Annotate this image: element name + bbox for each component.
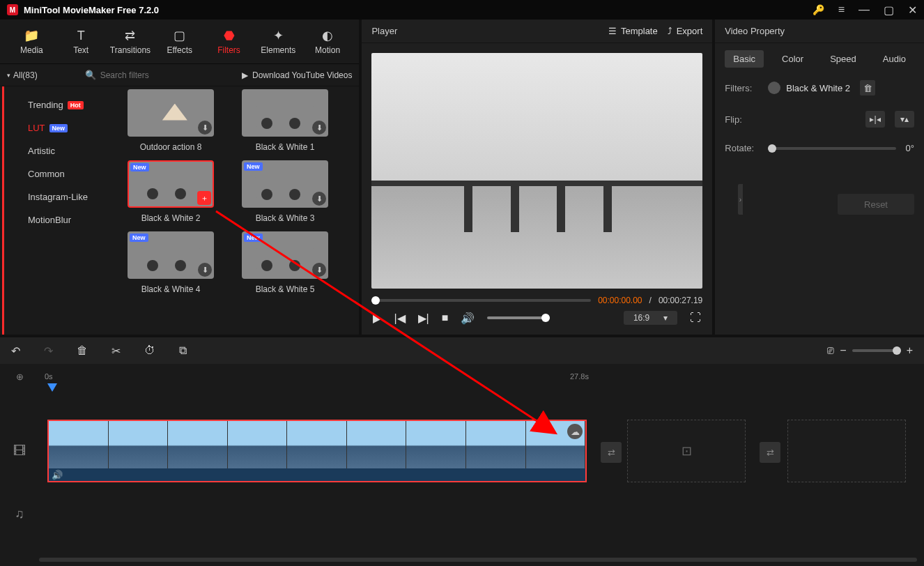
search-input[interactable] (100, 70, 184, 80)
rotate-slider[interactable] (768, 147, 895, 150)
category-common[interactable]: Common (4, 162, 107, 185)
new-badge: New (130, 234, 148, 242)
category-artistic[interactable]: Artistic (4, 139, 107, 162)
reset-button[interactable]: Reset (838, 194, 914, 215)
download-youtube-link[interactable]: ▶ Download YouTube Videos (242, 70, 352, 80)
timeline-panel: ↶ ↷ 🗑 ✂ ⏱ ⧉ ⎚ − + 0s 27.8s ⊕ 🎞 ♫ ☁ 🔊 (0, 335, 924, 566)
volume-slider[interactable] (487, 316, 550, 319)
video-preview[interactable] (371, 53, 702, 289)
search-filters[interactable]: 🔍 (85, 70, 233, 80)
transition-slot-2[interactable]: ⇄ (760, 442, 780, 463)
filter-bw-3[interactable]: New⬇ Black & White 3 (242, 160, 328, 223)
empty-media-slot-1[interactable]: ⊡ (627, 420, 746, 482)
prev-frame-button[interactable]: |◀ (394, 312, 405, 325)
new-badge: New (244, 234, 263, 242)
download-icon[interactable]: ⬇ (312, 192, 326, 206)
seek-track[interactable] (371, 299, 591, 302)
menu-icon[interactable]: ≡ (838, 3, 845, 16)
key-icon[interactable]: 🔑 (813, 4, 824, 15)
crop-button[interactable]: ⧉ (179, 344, 187, 357)
close-button[interactable]: ✕ (908, 3, 917, 17)
filter-bw-5[interactable]: New⬇ Black & White 5 (242, 231, 328, 294)
library-subbar: All(83) 🔍 ▶ Download YouTube Videos (0, 64, 359, 86)
download-icon[interactable]: ⬇ (198, 121, 212, 135)
undo-button[interactable]: ↶ (11, 344, 20, 358)
tab-audio[interactable]: Audio (875, 50, 914, 68)
filter-outdoor-action-8[interactable]: ⬇ Outdoor action 8 (128, 89, 214, 152)
filter-bw-2[interactable]: New＋ Black & White 2 (128, 160, 214, 223)
download-icon[interactable]: ⬇ (198, 263, 212, 277)
timeline-zoom: ⎚ − + (827, 344, 913, 357)
zoom-thumb[interactable] (893, 346, 901, 355)
download-icon[interactable]: ⬇ (312, 263, 326, 277)
category-motionblur[interactable]: MotionBlur (4, 208, 107, 231)
collapse-panel-handle[interactable]: › (738, 184, 743, 215)
rotate-label: Rotate: (725, 143, 758, 153)
flip-horizontal-button[interactable]: ▸|◂ (865, 111, 885, 128)
minimize-button[interactable]: — (858, 3, 870, 16)
filter-bw-1[interactable]: ⬇ Black & White 1 (242, 89, 328, 152)
tab-speed[interactable]: Speed (822, 50, 865, 68)
tab-color[interactable]: Color (773, 50, 812, 68)
fullscreen-button[interactable]: ⛶ (690, 312, 701, 324)
zoom-in-button[interactable]: + (907, 344, 913, 357)
main-area: 📁Media TText ⇄Transitions ▢Effects ⬣Filt… (0, 20, 924, 335)
speed-button[interactable]: ⏱ (144, 344, 155, 357)
zoom-slider[interactable] (852, 349, 901, 352)
library-panel: 📁Media TText ⇄Transitions ▢Effects ⬣Filt… (0, 20, 362, 335)
elements-icon: ✦ (256, 28, 300, 43)
category-trending[interactable]: TrendingHot (4, 93, 107, 116)
tab-basic[interactable]: Basic (725, 50, 764, 68)
empty-media-slot-2[interactable] (787, 420, 906, 482)
video-track-icon: 🎞 (13, 420, 26, 482)
player-panel: Player ☰Template ⤴Export 00:00:00.00 / 0… (362, 20, 715, 335)
category-list: TrendingHot LUTNew Artistic Common Insta… (2, 86, 107, 335)
titlebar: M MiniTool MovieMaker Free 7.2.0 🔑 ≡ — ▢… (0, 0, 924, 20)
timeline-scrollbar[interactable] (39, 558, 917, 562)
video-clip[interactable]: ☁ 🔊 (47, 420, 587, 482)
player-header: Player ☰Template ⤴Export (362, 20, 712, 43)
tab-elements[interactable]: ✦Elements (254, 24, 303, 59)
template-icon: ☰ (608, 26, 617, 36)
search-icon: 🔍 (85, 70, 96, 80)
download-icon[interactable]: ⬇ (312, 121, 326, 135)
filter-bw-4[interactable]: New⬇ Black & White 4 (128, 231, 214, 294)
timeline-ruler[interactable]: 0s 27.8s (0, 364, 924, 389)
filter-all-dropdown[interactable]: All(83) (7, 70, 38, 80)
rotate-value: 0° (906, 143, 914, 153)
stop-button[interactable]: ■ (442, 312, 449, 324)
seek-thumb[interactable] (371, 296, 380, 305)
speaker-icon: 🔊 (52, 470, 63, 480)
export-button[interactable]: ⤴Export (668, 26, 703, 36)
volume-icon[interactable]: 🔊 (461, 312, 475, 325)
player-controls: ▶ |◀ ▶| ■ 🔊 16:9▾ ⛶ (371, 311, 702, 325)
split-button[interactable]: ✂ (111, 344, 121, 358)
tab-media[interactable]: 📁Media (7, 24, 56, 59)
play-button[interactable]: ▶ (373, 312, 381, 325)
timeline-tracks[interactable]: ☁ 🔊 ⇄ ⊡ ⇄ (39, 389, 924, 545)
add-icon[interactable]: ＋ (197, 191, 211, 205)
delete-button[interactable]: 🗑 (77, 344, 88, 357)
template-button[interactable]: ☰Template (608, 26, 658, 36)
tab-text[interactable]: TText (56, 24, 106, 59)
tab-filters[interactable]: ⬣Filters (204, 24, 254, 59)
tab-effects[interactable]: ▢Effects (155, 24, 204, 59)
audio-waveform: 🔊 (49, 468, 585, 481)
redo-button[interactable]: ↷ (44, 344, 53, 358)
transition-slot-1[interactable]: ⇄ (601, 442, 622, 463)
category-instagram[interactable]: Instagram-Like (4, 185, 107, 208)
volume-thumb[interactable] (541, 314, 550, 322)
tab-motion[interactable]: ◐Motion (303, 24, 353, 59)
tab-transitions[interactable]: ⇄Transitions (106, 24, 155, 59)
delete-filter-button[interactable]: 🗑 (860, 80, 875, 95)
category-lut[interactable]: LUTNew (4, 116, 107, 139)
fit-icon[interactable]: ⎚ (827, 344, 834, 357)
ruler-mark-end: 27.8s (570, 372, 589, 381)
zoom-out-button[interactable]: − (840, 344, 846, 357)
maximize-button[interactable]: ▢ (884, 3, 894, 17)
rotate-thumb[interactable] (768, 144, 776, 153)
flip-vertical-button[interactable]: ▾▴ (895, 111, 914, 128)
aspect-ratio-dropdown[interactable]: 16:9▾ (624, 311, 677, 325)
flip-row: Flip: ▸|◂ ▾▴ (725, 111, 914, 128)
next-frame-button[interactable]: ▶| (418, 312, 429, 325)
